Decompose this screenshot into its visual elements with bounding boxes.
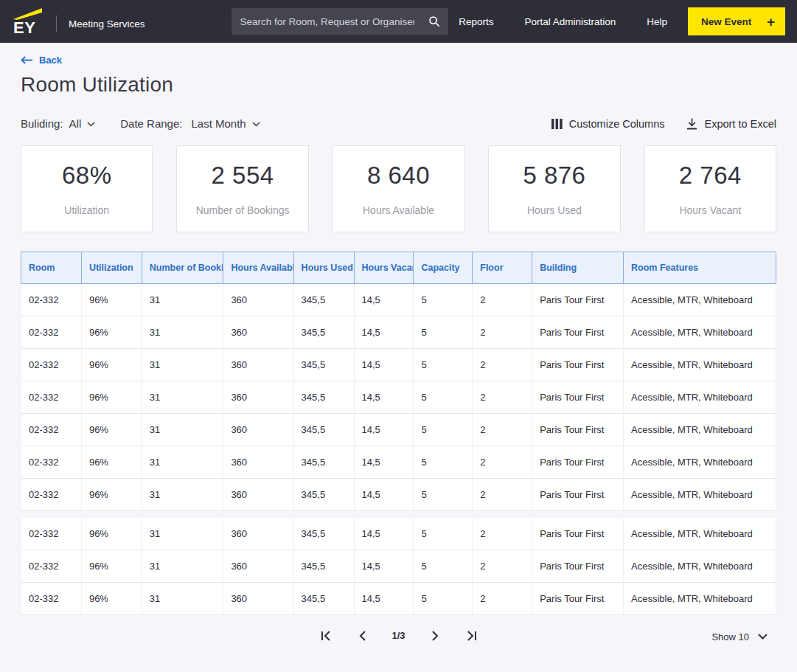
table-row[interactable]: 02-33296%31360345,514,552Paris Tour Firs… [21,550,776,582]
show-per-page-select[interactable]: Show 10 [711,631,768,642]
stat-label: Hours Vacant [679,204,741,216]
table-row[interactable]: 02-33296%31360345,514,552Paris Tour Firs… [21,479,776,511]
table-cell: 345,5 [293,414,354,446]
table-cell: 2 [473,414,532,446]
pager: 1/3 [318,628,478,643]
customize-columns-button[interactable]: Customize Columns [551,118,665,130]
column-header[interactable]: Capacity [414,252,473,284]
table-cell: 345,5 [293,316,354,349]
table-cell: 31 [142,518,223,550]
table-cell: 02-332 [21,381,82,414]
table-cell: 14,5 [354,381,414,414]
new-event-button[interactable]: New Event + [688,7,785,35]
table-cell: Acessible, MTR, Whiteboard [624,550,776,582]
table-cell: 345,5 [293,349,354,381]
table-row[interactable]: 02-33296%31360345,514,552Paris Tour Firs… [21,349,776,381]
logo-area: EY Meeting Services [10,7,145,36]
search-input[interactable] [232,16,420,27]
stat-label: Number of Bookings [196,204,290,216]
back-label: Back [39,55,62,66]
table-row[interactable]: 02-33296%31360345,514,552Paris Tour Firs… [21,381,776,414]
table-cell: 31 [142,479,223,511]
pagination-bar: 1/3 Show 10 [21,628,776,658]
table-cell: Acessible, MTR, Whiteboard [624,349,776,381]
table-row[interactable]: 02-33296%31360345,514,552Paris Tour Firs… [21,284,776,316]
table-cell: Paris Tour First [532,414,624,446]
table-cell: 14,5 [354,518,414,550]
building-filter-label: Buliding: [21,117,63,130]
building-filter-value: All [69,117,82,130]
column-header[interactable]: Hours Vacant [354,252,414,284]
date-range-filter[interactable]: Date Range: Last Month [120,117,260,130]
table-cell: Paris Tour First [532,518,624,550]
table-cell: Paris Tour First [532,582,624,614]
table-cell: 14,5 [354,582,414,614]
new-event-label: New Event [701,16,751,27]
table-cell: 345,5 [293,582,354,614]
nav-link-portal-administration[interactable]: Portal Administration [524,16,616,27]
table-row[interactable]: 02-33296%31360345,514,552Paris Tour Firs… [21,414,776,446]
ey-logo-text: EY [13,20,35,36]
stat-label: Hours Used [527,204,582,216]
table-cell: Acessible, MTR, Whiteboard [624,284,776,316]
column-header[interactable]: Building [532,252,624,284]
table-cell: 14,5 [354,414,414,446]
table-row[interactable]: 02-33296%31360345,514,552Paris Tour Firs… [21,316,776,349]
table-cell: 14,5 [354,446,414,479]
table-cell: 31 [142,446,223,479]
first-page-button[interactable] [318,628,333,643]
table-cell: 5 [414,414,473,446]
table-cell: 02-332 [21,582,82,614]
table-cell: 31 [142,349,223,381]
column-header[interactable]: Room [21,252,82,284]
table-cell: 360 [223,381,293,414]
table-cell: 96% [81,479,142,511]
previous-page-button[interactable] [355,628,369,643]
column-header[interactable]: Floor [473,252,532,284]
table-cell: 5 [414,349,473,381]
table-cell: Acessible, MTR, Whiteboard [624,414,776,446]
table-cell: Paris Tour First [532,479,624,511]
table-cell: 96% [81,284,142,316]
table-cell: 14,5 [354,550,414,582]
table-cell: 2 [473,550,532,582]
table-cell: 2 [473,349,532,381]
nav-link-help[interactable]: Help [647,16,667,27]
logo-divider [56,15,57,32]
building-filter[interactable]: Buliding: All [21,117,95,130]
column-header[interactable]: Hours Available [223,252,293,284]
table-cell: 02-332 [21,446,82,479]
table-cell: 96% [81,582,142,614]
last-page-button[interactable] [464,628,479,643]
table-cell: 31 [142,284,223,316]
column-header[interactable]: Number of Bookings [142,252,223,284]
table-cell: 14,5 [354,479,414,511]
ey-logo[interactable]: EY [10,7,44,36]
table-row[interactable]: 02-33296%31360345,514,552Paris Tour Firs… [21,518,776,550]
table-cell: 02-332 [21,479,82,511]
table-cell: 5 [414,284,473,316]
table-cell: 31 [142,582,223,614]
date-range-filter-label: Date Range: [120,117,182,130]
search-icon[interactable] [420,8,448,35]
filter-row: Buliding: All Date Range: Last Month Cus… [21,117,776,130]
back-link[interactable]: Back [21,55,62,66]
table-row[interactable]: 02-33296%31360345,514,552Paris Tour Firs… [21,582,776,614]
stat-label: Utilization [64,204,109,216]
table-row[interactable]: 02-33296%31360345,514,552Paris Tour Firs… [21,446,776,479]
download-icon [686,118,697,130]
column-header[interactable]: Room Features [624,252,776,284]
table-cell: Acessible, MTR, Whiteboard [624,518,776,550]
date-range-filter-value: Last Month [191,117,246,130]
export-excel-button[interactable]: Export to Excel [686,118,776,130]
column-header[interactable]: Hours Used [293,252,354,284]
stats-row: 68%Utilization2 554Number of Bookings8 6… [21,145,776,232]
table-cell: Paris Tour First [532,316,624,349]
nav-link-reports[interactable]: Reports [459,16,493,27]
column-header[interactable]: Utilization [81,252,142,284]
table-cell: 02-332 [21,518,82,550]
table-body: 02-33296%31360345,514,552Paris Tour Firs… [21,284,776,615]
next-page-button[interactable] [428,628,442,643]
table-cell: Paris Tour First [532,284,624,316]
table-cell: Acessible, MTR, Whiteboard [624,381,776,414]
